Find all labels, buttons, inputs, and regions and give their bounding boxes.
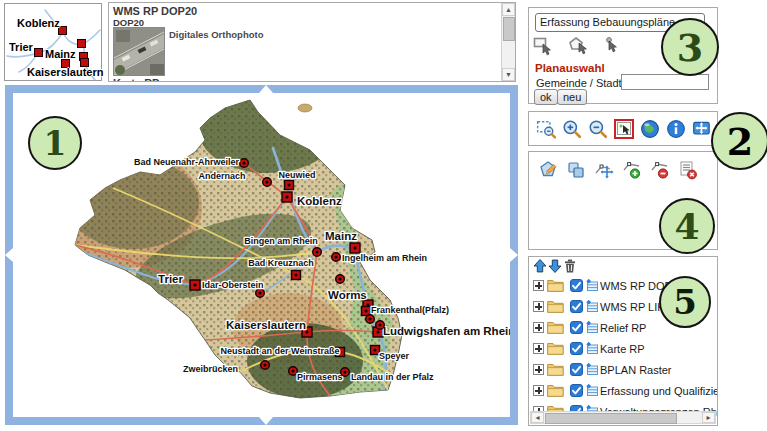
city-label: Pirmasens bbox=[297, 372, 343, 382]
copy-geometry-icon[interactable] bbox=[566, 160, 586, 180]
city-marker[interactable] bbox=[285, 181, 294, 190]
scroll-down-arrow-icon[interactable]: ▼ bbox=[502, 68, 515, 81]
layer-metadata-icon[interactable] bbox=[586, 321, 599, 334]
expand-plus-icon[interactable] bbox=[533, 385, 544, 396]
zoom-in-icon[interactable] bbox=[562, 119, 582, 139]
layer-label[interactable]: BPLAN Raster bbox=[600, 364, 672, 376]
scroll-right-arrow-icon[interactable]: ▸ bbox=[702, 412, 715, 423]
city-marker[interactable] bbox=[313, 248, 322, 257]
city-marker[interactable] bbox=[292, 271, 301, 280]
expand-plus-icon[interactable] bbox=[533, 364, 544, 375]
layer-metadata-icon[interactable] bbox=[586, 342, 599, 355]
folder-icon bbox=[547, 384, 564, 397]
city-label: Bad Kreuznach bbox=[248, 258, 314, 268]
city-marker[interactable] bbox=[366, 315, 375, 324]
scroll-left-arrow-icon[interactable]: ◂ bbox=[531, 412, 544, 423]
city-marker[interactable] bbox=[341, 368, 350, 377]
feature-info-icon[interactable] bbox=[666, 119, 686, 139]
gemeinde-stadt-input[interactable] bbox=[621, 74, 709, 90]
select-by-rectangle-icon[interactable] bbox=[533, 36, 557, 58]
folder-icon bbox=[547, 300, 564, 313]
city-marker[interactable] bbox=[261, 361, 270, 370]
city-label: Speyer bbox=[379, 351, 410, 361]
move-map-window-icon[interactable] bbox=[692, 119, 712, 139]
move-layer-up-icon[interactable] bbox=[533, 259, 547, 273]
city-label: Ludwigshafen am Rhein bbox=[383, 325, 510, 337]
city-label: Frankenthal(Pfalz) bbox=[371, 305, 449, 315]
pan-north-arrow[interactable] bbox=[259, 85, 273, 93]
layer-label[interactable]: Karte RP bbox=[600, 343, 645, 355]
callout-circle-5: 5 bbox=[659, 276, 711, 328]
move-vertex-icon[interactable] bbox=[594, 160, 614, 180]
city-marker[interactable] bbox=[263, 178, 272, 187]
legend-panel: WMS RP DOP20 DOP20 Digitales Orthophoto … bbox=[108, 2, 516, 82]
add-vertex-icon[interactable] bbox=[622, 160, 642, 180]
layer-checkbox-checked[interactable] bbox=[570, 384, 583, 397]
move-layer-down-icon[interactable] bbox=[548, 259, 562, 273]
layer-metadata-icon[interactable] bbox=[586, 300, 599, 313]
city-label: Andernach bbox=[198, 171, 245, 181]
city-label: Ingelheim am Rhein bbox=[342, 253, 427, 263]
folder-icon bbox=[547, 363, 564, 376]
expand-plus-icon[interactable] bbox=[533, 322, 544, 333]
orthophoto-thumbnail bbox=[113, 27, 165, 76]
city-marker[interactable] bbox=[240, 159, 249, 168]
zoom-out-icon[interactable] bbox=[588, 119, 608, 139]
city-marker[interactable] bbox=[332, 253, 341, 262]
layer-checkbox-checked[interactable] bbox=[570, 321, 583, 334]
task-dropdown-value: Erfassung Bebauungspläne bbox=[540, 16, 675, 28]
layer-label[interactable]: Relief RP bbox=[600, 322, 646, 334]
city-label: Neustadt an der Weinstraße bbox=[221, 346, 340, 356]
legend-scrollbar[interactable]: ▲ ▼ bbox=[501, 3, 515, 81]
full-extent-globe-icon[interactable] bbox=[640, 119, 660, 139]
callout-circle-1: 1 bbox=[28, 116, 82, 170]
layer-checkbox-checked[interactable] bbox=[570, 300, 583, 313]
city-marker[interactable] bbox=[282, 192, 292, 202]
layer-metadata-icon[interactable] bbox=[586, 363, 599, 376]
pan-west-arrow[interactable] bbox=[5, 248, 13, 262]
tree-horizontal-scrollbar[interactable]: ◂ ▸ bbox=[530, 411, 716, 424]
city-label: Landau in der Pfalz bbox=[351, 372, 434, 382]
city-label: Bingen am Rhein bbox=[244, 236, 318, 246]
ok-button[interactable]: ok bbox=[534, 89, 558, 105]
city-marker[interactable] bbox=[336, 275, 345, 284]
pan-tool-icon-active[interactable] bbox=[614, 119, 634, 139]
city-marker[interactable] bbox=[350, 243, 360, 253]
map-canvas[interactable]: Bad Neuenahr-AhrweilerAndernachNeuwiedKo… bbox=[13, 93, 510, 417]
scrollbar-thumb[interactable] bbox=[545, 413, 677, 424]
planauswahl-heading: Planauswahl bbox=[535, 62, 605, 74]
layer-checkbox-checked[interactable] bbox=[570, 342, 583, 355]
layer-checkbox-checked[interactable] bbox=[570, 279, 583, 292]
delete-layer-trash-icon[interactable] bbox=[563, 259, 577, 273]
neu-button[interactable]: neu bbox=[557, 89, 587, 105]
delete-vertex-icon[interactable] bbox=[650, 160, 670, 180]
overview-map[interactable]: KoblenzTrierMainzKaiserslautern bbox=[4, 3, 102, 81]
edit-polygon-icon[interactable] bbox=[538, 160, 558, 180]
overview-city-marker bbox=[77, 39, 86, 48]
legend-next-layer: Karte RP bbox=[113, 77, 159, 82]
layer-label[interactable]: Erfassung und Qualifizierung (BPLAN) bbox=[600, 385, 717, 397]
city-marker[interactable] bbox=[289, 367, 298, 376]
legend-layer-title: WMS RP DOP20 bbox=[113, 5, 197, 17]
callout-circle-3: 3 bbox=[661, 18, 719, 76]
pan-south-arrow[interactable] bbox=[259, 417, 273, 425]
expand-plus-icon[interactable] bbox=[533, 280, 544, 291]
expand-plus-icon[interactable] bbox=[533, 301, 544, 312]
delete-record-icon[interactable] bbox=[678, 160, 698, 180]
select-by-point-icon[interactable] bbox=[603, 36, 627, 58]
pan-east-arrow[interactable] bbox=[510, 248, 518, 262]
city-marker[interactable] bbox=[376, 321, 385, 330]
layer-metadata-icon[interactable] bbox=[586, 279, 599, 292]
layer-metadata-icon[interactable] bbox=[586, 384, 599, 397]
layer-checkbox-checked[interactable] bbox=[570, 363, 583, 376]
city-label: Worms bbox=[328, 289, 367, 301]
select-by-polygon-icon[interactable] bbox=[568, 36, 592, 58]
main-map-frame: Bad Neuenahr-AhrweilerAndernachNeuwiedKo… bbox=[5, 85, 518, 425]
scrollbar-thumb[interactable] bbox=[503, 17, 515, 41]
scroll-up-arrow-icon[interactable]: ▲ bbox=[502, 3, 515, 16]
city-label: Kaiserslautern bbox=[226, 319, 306, 331]
zoom-rectangle-icon[interactable] bbox=[536, 119, 556, 139]
expand-plus-icon[interactable] bbox=[533, 343, 544, 354]
city-marker[interactable] bbox=[190, 280, 200, 290]
city-label: Zweibrücken bbox=[183, 364, 238, 374]
